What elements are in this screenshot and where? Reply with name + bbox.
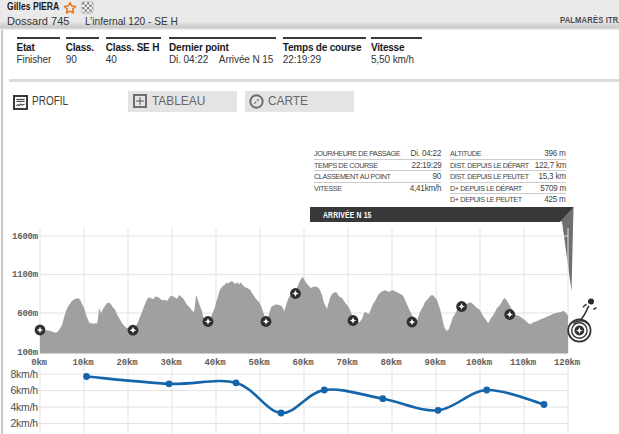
svg-text:30km: 30km	[161, 358, 183, 368]
svg-text:8km/h: 8km/h	[10, 368, 38, 380]
svg-text:1100m: 1100m	[12, 270, 39, 280]
svg-text:40km: 40km	[205, 358, 227, 368]
svg-text:20km: 20km	[117, 358, 139, 368]
svg-text:4km/h: 4km/h	[10, 401, 38, 413]
svg-text:120km: 120km	[554, 358, 581, 368]
svg-text:70km: 70km	[337, 358, 359, 368]
svg-text:100km: 100km	[466, 358, 493, 368]
svg-text:600m: 600m	[17, 309, 39, 319]
svg-text:2km/h: 2km/h	[10, 417, 38, 429]
svg-text:50km: 50km	[249, 358, 271, 368]
svg-text:80km: 80km	[381, 358, 403, 368]
svg-text:60km: 60km	[293, 358, 315, 368]
svg-text:6km/h: 6km/h	[10, 384, 38, 396]
svg-text:1600m: 1600m	[12, 232, 39, 242]
svg-text:0km: 0km	[31, 358, 47, 368]
svg-text:10km: 10km	[73, 358, 95, 368]
svg-text:110km: 110km	[510, 358, 537, 368]
svg-text:90km: 90km	[425, 358, 447, 368]
